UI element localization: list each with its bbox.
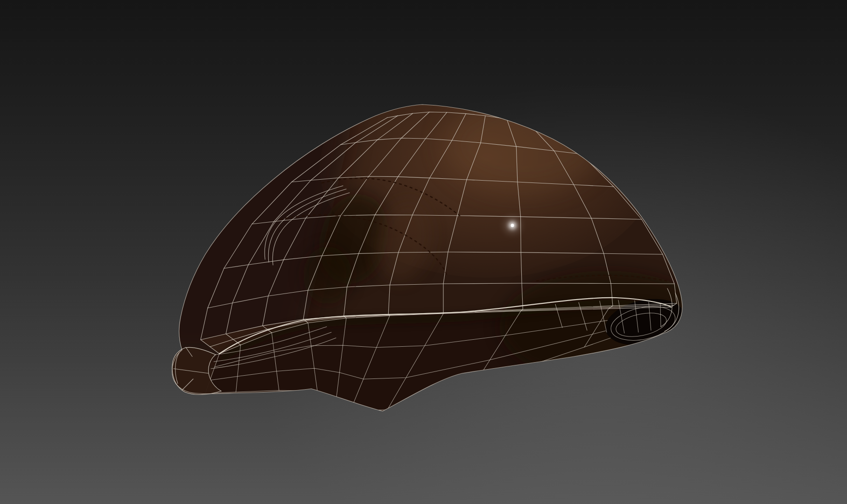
flat-cap-model[interactable] — [154, 58, 714, 411]
viewport-background[interactable] — [0, 0, 847, 504]
viewport-3d[interactable] — [0, 0, 847, 504]
specular-highlight — [505, 218, 520, 233]
front-crease-shadow2 — [303, 246, 352, 304]
